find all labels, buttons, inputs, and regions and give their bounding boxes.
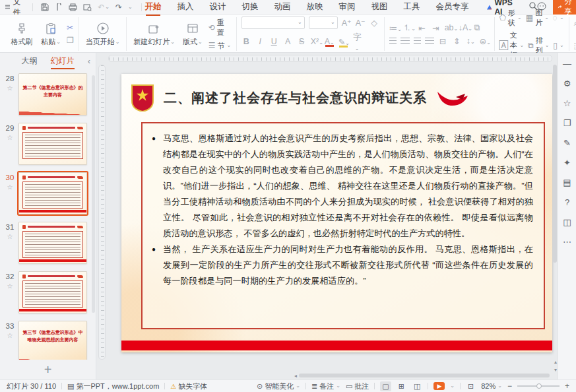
tab-view[interactable]: 视图 bbox=[371, 0, 389, 15]
decrease-indent-button[interactable]: ⇤ bbox=[417, 23, 427, 33]
underline-button[interactable]: U bbox=[269, 37, 279, 46]
shapes-panel-icon[interactable]: ❐ bbox=[563, 119, 571, 127]
highlight-button[interactable]: ✎⌄ bbox=[338, 37, 348, 47]
number-list-button[interactable]: ⒈⌄ bbox=[403, 22, 413, 34]
collapse-panel-button[interactable]: ‹ bbox=[88, 56, 90, 66]
slide-canvas[interactable]: 二、阐述了社会存在与社会意识的辩证关系 马克思、恩格斯通过对人的社会意识产生的历… bbox=[121, 74, 552, 352]
scroll-down-arrow[interactable]: ▾ bbox=[554, 367, 557, 373]
canvas-vertical-scrollbar[interactable] bbox=[552, 62, 558, 360]
strikethrough-button[interactable]: S bbox=[297, 37, 307, 46]
tab-insert[interactable]: 插入 bbox=[177, 0, 195, 15]
insert-more-button[interactable]: ◌⌄ bbox=[553, 13, 564, 22]
merge-shapes-button[interactable]: ▯⌄ bbox=[553, 41, 563, 50]
collapse-sidebar-icon[interactable]: — bbox=[563, 59, 571, 68]
slide-text-box[interactable]: 马克思、恩格斯通过对人的社会意识产生的历史考察后指出，思想、宗教、法律、国家以及… bbox=[141, 122, 545, 329]
resource-panel-icon[interactable]: ▤ bbox=[563, 178, 571, 187]
thumbnail[interactable] bbox=[18, 271, 87, 313]
star-icon[interactable]: ☆ bbox=[7, 282, 13, 290]
add-slide-button[interactable]: + bbox=[0, 360, 96, 379]
star-icon[interactable]: ☆ bbox=[7, 332, 13, 339]
normal-view-button[interactable]: ▢ bbox=[380, 381, 391, 391]
slide-layout-button[interactable]: 版式⌄ bbox=[179, 20, 206, 48]
more-icon[interactable]: ⋯ bbox=[563, 238, 571, 246]
star-icon[interactable]: ☆ bbox=[7, 134, 13, 141]
font-size-select[interactable]: ⌄ bbox=[309, 16, 338, 29]
tab-slideshow[interactable]: 放映 bbox=[306, 0, 324, 15]
tab-transition[interactable]: 切换 bbox=[241, 0, 259, 15]
chevron-down-icon[interactable]: ⌄ bbox=[450, 383, 455, 389]
favorites-icon[interactable]: ☆ bbox=[563, 99, 571, 108]
canvas-horizontal-scrollbar[interactable]: ◂ bbox=[294, 373, 550, 378]
align-left-button[interactable] bbox=[389, 38, 397, 44]
slideshow-play-button[interactable]: ▶ bbox=[433, 382, 445, 390]
beautify-panel-icon[interactable]: ✦ bbox=[563, 158, 571, 167]
copy-button[interactable]: ❐ bbox=[67, 36, 74, 45]
undo-button[interactable]: ↶⌄ bbox=[98, 3, 110, 12]
star-icon[interactable]: ☆ bbox=[7, 183, 13, 191]
slide-title[interactable]: 二、阐述了社会存在与社会意识的辩证关系 bbox=[164, 89, 427, 107]
print-button[interactable] bbox=[69, 3, 77, 11]
thumbnail[interactable] bbox=[18, 222, 87, 264]
text-shadow-button[interactable]: A bbox=[283, 37, 293, 46]
tab-outline[interactable]: 大纲 bbox=[20, 53, 39, 69]
zoom-in-button[interactable]: + bbox=[565, 381, 569, 391]
decrease-font-button[interactable]: A⁻ bbox=[356, 18, 366, 28]
text-direction-button[interactable]: ↓A⌄ bbox=[459, 23, 468, 32]
shapes-button[interactable]: ⬠形状⌄ bbox=[499, 8, 522, 28]
arrange-button[interactable]: ⧉排列⌄ bbox=[528, 36, 549, 55]
bullet-list-button[interactable]: ≔⌄ bbox=[389, 23, 399, 33]
thumbnail[interactable]: 第三节《德意志意识形态》中唯物史观思想的主要内容 bbox=[18, 321, 87, 360]
phonetic-guide-button[interactable]: ab⌄ bbox=[445, 23, 455, 32]
thumbnail-current[interactable] bbox=[18, 172, 87, 214]
signature-icon[interactable]: ✎ bbox=[563, 139, 571, 147]
paste-button[interactable]: 粘贴⌄ bbox=[38, 20, 64, 48]
spacing-options-button[interactable]: ↕⌄ bbox=[466, 36, 476, 46]
zoom-slider[interactable] bbox=[517, 385, 560, 387]
font-name-select[interactable]: ⌄ bbox=[241, 16, 305, 29]
align-right-button[interactable] bbox=[414, 38, 421, 44]
char-spacing-button[interactable]: 字⌄ bbox=[352, 32, 362, 52]
slide-sorter-view-button[interactable]: ⊞ bbox=[397, 381, 406, 391]
vertical-ruler[interactable] bbox=[98, 65, 106, 360]
scrollbar-track[interactable] bbox=[299, 374, 550, 377]
bullet-item[interactable]: 马克思、恩格斯通过对人的社会意识产生的历史考察后指出，思想、宗教、法律、国家以及… bbox=[152, 131, 533, 242]
skin-icon[interactable]: ◫ bbox=[563, 218, 571, 226]
thumbnail[interactable] bbox=[18, 123, 87, 165]
paragraph-layout-button[interactable]: ⊜⌄ bbox=[480, 36, 490, 46]
section-button[interactable]: ☰节⌄ bbox=[208, 41, 232, 51]
zoom-slider-knob[interactable] bbox=[536, 383, 542, 389]
export-pdf-button[interactable] bbox=[55, 3, 63, 11]
thumbnail-scrollbar[interactable] bbox=[92, 75, 95, 313]
cut-button[interactable]: ✂ bbox=[67, 23, 74, 32]
reading-view-button[interactable]: ◫ bbox=[412, 381, 422, 391]
tab-animation[interactable]: 动画 bbox=[274, 0, 292, 15]
line-spacing-button[interactable]: ⇕ bbox=[452, 36, 462, 46]
italic-button[interactable]: I bbox=[255, 37, 265, 46]
help-icon[interactable]: ? bbox=[565, 198, 569, 207]
redo-button[interactable]: ↷ bbox=[115, 3, 122, 12]
format-painter-button[interactable]: 格式刷 bbox=[9, 20, 35, 48]
superscript-button[interactable]: X²⌄ bbox=[311, 37, 321, 46]
tab-slides[interactable]: 幻灯片 bbox=[49, 53, 76, 69]
zoom-out-button[interactable]: − bbox=[507, 381, 512, 391]
justify-button[interactable] bbox=[425, 38, 434, 44]
thumbnail[interactable]: 第二节《德意志意识形态》的主要内容 bbox=[18, 73, 87, 115]
distribute-button[interactable]: ⊟ bbox=[438, 36, 448, 46]
print-preview-button[interactable] bbox=[83, 3, 92, 11]
missing-fonts-warning[interactable]: ⚠缺失字体 bbox=[170, 381, 207, 391]
horizontal-ruler[interactable] bbox=[108, 55, 552, 62]
scroll-left-arrow[interactable]: ◂ bbox=[294, 373, 297, 379]
tab-design[interactable]: 设计 bbox=[209, 0, 227, 15]
zoom-level[interactable]: 82%⌄ bbox=[481, 382, 502, 390]
notes-button[interactable]: ≣备注⌄ bbox=[311, 381, 340, 391]
star-icon[interactable]: ☆ bbox=[7, 84, 13, 92]
convert-smartart-button[interactable]: ⧉ bbox=[472, 23, 482, 33]
play-from-current-button[interactable]: 当页开始⌄ bbox=[84, 20, 122, 48]
tab-member[interactable]: 会员专享 bbox=[435, 0, 470, 15]
reset-button[interactable]: ⟲重置 bbox=[208, 18, 232, 38]
star-icon[interactable]: ☆ bbox=[7, 233, 13, 240]
align-center-button[interactable] bbox=[400, 38, 410, 44]
bullet-item[interactable]: 当然， 生产关系在适应生产力的同时对生产力也有着能动的反作用。 马克思、恩格斯指… bbox=[152, 242, 533, 289]
save-button[interactable] bbox=[41, 3, 49, 11]
clear-format-button[interactable]: ◇ bbox=[369, 18, 379, 28]
